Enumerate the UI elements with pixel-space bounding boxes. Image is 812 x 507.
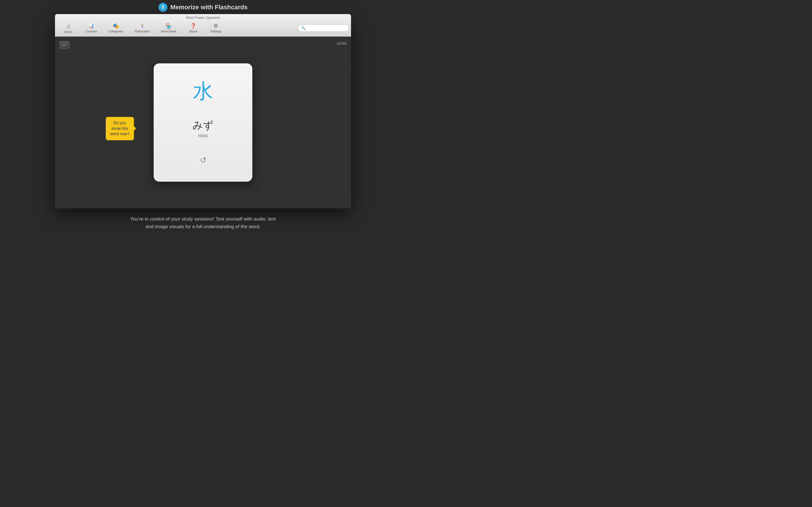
wordbank-icon: 🏪 — [165, 23, 172, 29]
back-button[interactable]: ← — [59, 41, 70, 49]
courses-icon: 📊 — [88, 23, 94, 29]
progress-counter: 42/46 — [337, 41, 347, 46]
footer-line1: You're in control of your study sessions… — [130, 216, 276, 222]
tooltip-bubble: Do you know this word now? — [106, 117, 134, 140]
nav-items: ⌂ Home 📊 Courses 🎭 Categories 🃏 Flashcar… — [57, 20, 298, 36]
nav-categories[interactable]: 🎭 Categories — [103, 21, 129, 35]
nav-settings-label: Settings — [210, 30, 221, 33]
title-bar: 5 Memorize with Flashcards — [0, 0, 406, 14]
search-icon: 🔍 — [301, 26, 306, 30]
back-arrow-icon: ← — [62, 43, 67, 48]
nav-home[interactable]: ⌂ Home — [57, 20, 80, 36]
flashcards-icon: 🃏 — [139, 23, 145, 29]
flashcard[interactable]: 水 みず mizu ↺ — [154, 63, 252, 182]
footer-line2: and image visuals for a full understandi… — [146, 224, 260, 229]
about-icon: ❓ — [190, 23, 196, 29]
toolbar-nav: ⌂ Home 📊 Courses 🎭 Categories 🃏 Flashcar… — [55, 20, 351, 36]
nav-courses-label: Courses — [86, 30, 97, 33]
tooltip-line2: know this — [112, 126, 128, 131]
app-badge: 5 — [158, 3, 167, 12]
app-window: Word Power Japanese ⌂ Home 📊 Courses 🎭 C… — [55, 14, 351, 209]
app-title: Memorize with Flashcards — [170, 4, 248, 11]
nav-courses[interactable]: 📊 Courses — [80, 21, 103, 35]
footer-text: You're in control of your study sessions… — [119, 209, 287, 237]
nav-categories-label: Categories — [108, 30, 123, 33]
search-bar[interactable]: 🔍 — [298, 24, 349, 32]
content-area: ← 42/46 Do you know this word now? 水 みず … — [55, 37, 351, 209]
nav-home-label: Home — [64, 30, 72, 34]
nav-wordbank-label: Word Bank — [161, 30, 176, 33]
romaji-text: mizu — [198, 133, 208, 138]
toolbar: Word Power Japanese ⌂ Home 📊 Courses 🎭 C… — [55, 14, 351, 37]
categories-icon: 🎭 — [113, 23, 119, 29]
nav-about-label: About — [189, 30, 197, 33]
settings-icon: ⚙ — [213, 23, 218, 29]
nav-flashcards[interactable]: 🃏 Flashcards — [129, 21, 155, 35]
tooltip-line1: Do you — [114, 121, 126, 125]
flip-button[interactable]: ↺ — [200, 156, 206, 164]
hiragana-text: みず — [193, 119, 213, 131]
window-title: Word Power Japanese — [55, 14, 351, 20]
kanji-character: 水 — [193, 81, 213, 101]
nav-wordbank[interactable]: 🏪 Word Bank — [155, 21, 182, 35]
nav-settings[interactable]: ⚙ Settings — [204, 21, 227, 35]
search-input[interactable] — [307, 26, 346, 30]
nav-about[interactable]: ❓ About — [182, 21, 204, 35]
tooltip-line3: word now? — [110, 131, 130, 136]
nav-flashcards-label: Flashcards — [135, 30, 150, 33]
home-icon: ⌂ — [66, 23, 70, 29]
